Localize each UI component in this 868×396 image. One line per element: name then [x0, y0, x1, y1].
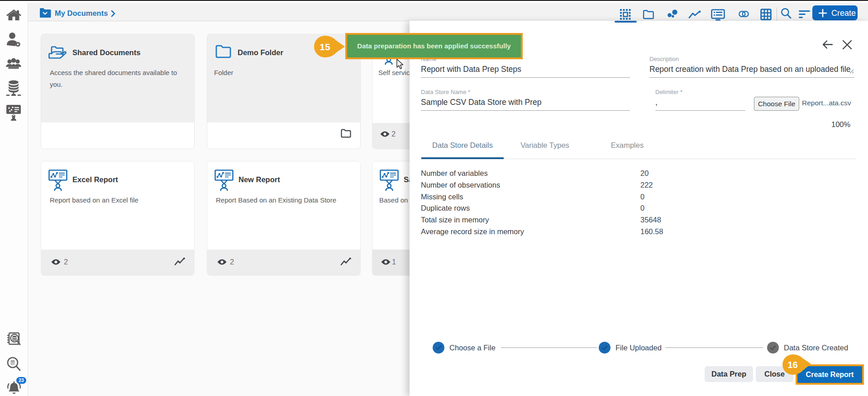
svg-text:16: 16 — [787, 360, 797, 370]
svg-text:15: 15 — [320, 42, 330, 52]
